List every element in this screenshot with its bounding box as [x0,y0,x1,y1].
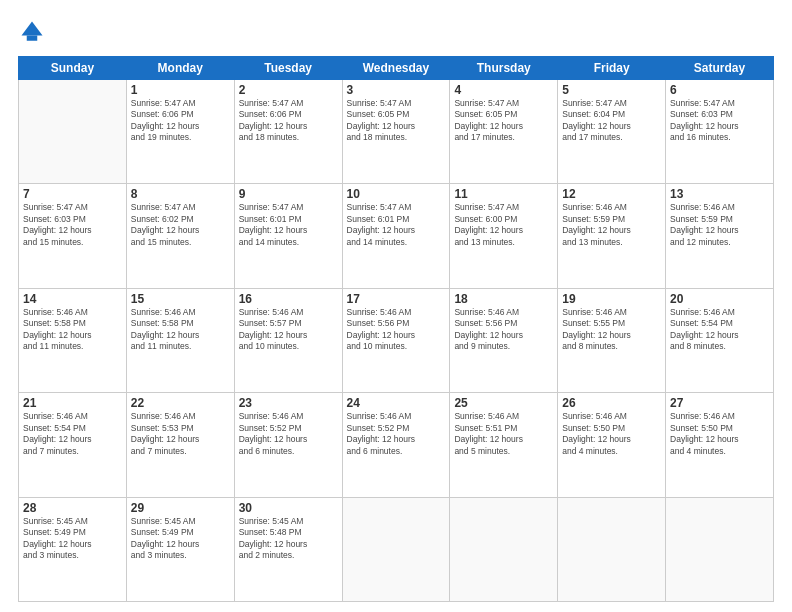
day-number: 26 [562,396,661,410]
day-number: 30 [239,501,338,515]
day-number: 6 [670,83,769,97]
day-number: 1 [131,83,230,97]
table-cell: 28Sunrise: 5:45 AM Sunset: 5:49 PM Dayli… [19,497,127,601]
week-row-2: 7Sunrise: 5:47 AM Sunset: 6:03 PM Daylig… [19,184,774,288]
table-cell: 20Sunrise: 5:46 AM Sunset: 5:54 PM Dayli… [666,288,774,392]
day-number: 22 [131,396,230,410]
day-number: 16 [239,292,338,306]
table-cell [342,497,450,601]
svg-rect-1 [27,36,38,41]
day-info: Sunrise: 5:46 AM Sunset: 5:56 PM Dayligh… [454,307,553,353]
day-number: 17 [347,292,446,306]
day-number: 15 [131,292,230,306]
table-cell: 4Sunrise: 5:47 AM Sunset: 6:05 PM Daylig… [450,80,558,184]
table-cell: 21Sunrise: 5:46 AM Sunset: 5:54 PM Dayli… [19,393,127,497]
logo-icon [18,18,46,46]
day-info: Sunrise: 5:47 AM Sunset: 6:02 PM Dayligh… [131,202,230,248]
day-info: Sunrise: 5:47 AM Sunset: 6:03 PM Dayligh… [670,98,769,144]
day-number: 20 [670,292,769,306]
day-number: 28 [23,501,122,515]
table-cell: 10Sunrise: 5:47 AM Sunset: 6:01 PM Dayli… [342,184,450,288]
col-thursday: Thursday [450,57,558,80]
day-number: 9 [239,187,338,201]
table-cell: 9Sunrise: 5:47 AM Sunset: 6:01 PM Daylig… [234,184,342,288]
table-cell [450,497,558,601]
day-number: 13 [670,187,769,201]
day-number: 14 [23,292,122,306]
table-cell: 19Sunrise: 5:46 AM Sunset: 5:55 PM Dayli… [558,288,666,392]
day-info: Sunrise: 5:46 AM Sunset: 5:58 PM Dayligh… [131,307,230,353]
table-cell: 3Sunrise: 5:47 AM Sunset: 6:05 PM Daylig… [342,80,450,184]
day-info: Sunrise: 5:47 AM Sunset: 6:04 PM Dayligh… [562,98,661,144]
table-cell: 12Sunrise: 5:46 AM Sunset: 5:59 PM Dayli… [558,184,666,288]
calendar-table: Sunday Monday Tuesday Wednesday Thursday… [18,56,774,602]
col-saturday: Saturday [666,57,774,80]
table-cell: 7Sunrise: 5:47 AM Sunset: 6:03 PM Daylig… [19,184,127,288]
col-sunday: Sunday [19,57,127,80]
day-info: Sunrise: 5:46 AM Sunset: 5:51 PM Dayligh… [454,411,553,457]
table-cell: 27Sunrise: 5:46 AM Sunset: 5:50 PM Dayli… [666,393,774,497]
day-number: 29 [131,501,230,515]
day-info: Sunrise: 5:46 AM Sunset: 5:59 PM Dayligh… [670,202,769,248]
logo [18,18,50,46]
day-info: Sunrise: 5:46 AM Sunset: 5:54 PM Dayligh… [23,411,122,457]
day-info: Sunrise: 5:46 AM Sunset: 5:55 PM Dayligh… [562,307,661,353]
table-cell: 23Sunrise: 5:46 AM Sunset: 5:52 PM Dayli… [234,393,342,497]
day-info: Sunrise: 5:47 AM Sunset: 6:01 PM Dayligh… [347,202,446,248]
day-info: Sunrise: 5:46 AM Sunset: 5:58 PM Dayligh… [23,307,122,353]
day-number: 3 [347,83,446,97]
header [18,18,774,46]
weekday-header-row: Sunday Monday Tuesday Wednesday Thursday… [19,57,774,80]
day-info: Sunrise: 5:46 AM Sunset: 5:50 PM Dayligh… [562,411,661,457]
table-cell: 13Sunrise: 5:46 AM Sunset: 5:59 PM Dayli… [666,184,774,288]
table-cell: 11Sunrise: 5:47 AM Sunset: 6:00 PM Dayli… [450,184,558,288]
day-number: 5 [562,83,661,97]
week-row-4: 21Sunrise: 5:46 AM Sunset: 5:54 PM Dayli… [19,393,774,497]
day-info: Sunrise: 5:47 AM Sunset: 6:05 PM Dayligh… [347,98,446,144]
table-cell: 29Sunrise: 5:45 AM Sunset: 5:49 PM Dayli… [126,497,234,601]
day-info: Sunrise: 5:45 AM Sunset: 5:49 PM Dayligh… [23,516,122,562]
day-info: Sunrise: 5:47 AM Sunset: 6:03 PM Dayligh… [23,202,122,248]
table-cell: 26Sunrise: 5:46 AM Sunset: 5:50 PM Dayli… [558,393,666,497]
day-info: Sunrise: 5:47 AM Sunset: 6:06 PM Dayligh… [239,98,338,144]
day-number: 10 [347,187,446,201]
page: Sunday Monday Tuesday Wednesday Thursday… [0,0,792,612]
day-info: Sunrise: 5:47 AM Sunset: 6:06 PM Dayligh… [131,98,230,144]
day-number: 7 [23,187,122,201]
day-number: 25 [454,396,553,410]
table-cell: 22Sunrise: 5:46 AM Sunset: 5:53 PM Dayli… [126,393,234,497]
table-cell: 6Sunrise: 5:47 AM Sunset: 6:03 PM Daylig… [666,80,774,184]
day-info: Sunrise: 5:46 AM Sunset: 5:52 PM Dayligh… [239,411,338,457]
day-number: 12 [562,187,661,201]
week-row-5: 28Sunrise: 5:45 AM Sunset: 5:49 PM Dayli… [19,497,774,601]
col-wednesday: Wednesday [342,57,450,80]
day-info: Sunrise: 5:47 AM Sunset: 6:05 PM Dayligh… [454,98,553,144]
table-cell [666,497,774,601]
day-number: 23 [239,396,338,410]
col-tuesday: Tuesday [234,57,342,80]
day-info: Sunrise: 5:46 AM Sunset: 5:59 PM Dayligh… [562,202,661,248]
col-monday: Monday [126,57,234,80]
day-number: 2 [239,83,338,97]
day-number: 21 [23,396,122,410]
week-row-1: 1Sunrise: 5:47 AM Sunset: 6:06 PM Daylig… [19,80,774,184]
day-number: 18 [454,292,553,306]
day-number: 11 [454,187,553,201]
table-cell: 17Sunrise: 5:46 AM Sunset: 5:56 PM Dayli… [342,288,450,392]
day-number: 4 [454,83,553,97]
day-info: Sunrise: 5:46 AM Sunset: 5:56 PM Dayligh… [347,307,446,353]
day-info: Sunrise: 5:47 AM Sunset: 6:01 PM Dayligh… [239,202,338,248]
table-cell: 2Sunrise: 5:47 AM Sunset: 6:06 PM Daylig… [234,80,342,184]
col-friday: Friday [558,57,666,80]
table-cell: 1Sunrise: 5:47 AM Sunset: 6:06 PM Daylig… [126,80,234,184]
table-cell: 14Sunrise: 5:46 AM Sunset: 5:58 PM Dayli… [19,288,127,392]
table-cell: 5Sunrise: 5:47 AM Sunset: 6:04 PM Daylig… [558,80,666,184]
day-number: 27 [670,396,769,410]
table-cell [558,497,666,601]
day-number: 24 [347,396,446,410]
week-row-3: 14Sunrise: 5:46 AM Sunset: 5:58 PM Dayli… [19,288,774,392]
day-info: Sunrise: 5:46 AM Sunset: 5:50 PM Dayligh… [670,411,769,457]
table-cell: 8Sunrise: 5:47 AM Sunset: 6:02 PM Daylig… [126,184,234,288]
table-cell: 15Sunrise: 5:46 AM Sunset: 5:58 PM Dayli… [126,288,234,392]
day-info: Sunrise: 5:46 AM Sunset: 5:54 PM Dayligh… [670,307,769,353]
